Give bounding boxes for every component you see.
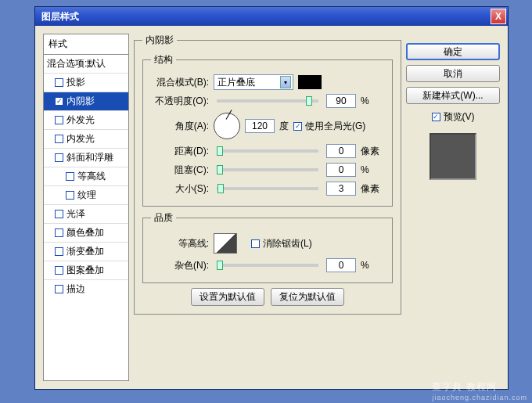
quality-group: 品质 等高线: 消除锯齿(L) 杂色(N):: [142, 211, 393, 283]
antialias-checkbox[interactable]: 消除锯齿(L): [251, 237, 312, 250]
style-list-item[interactable]: 渐变叠加: [44, 242, 128, 261]
angle-input[interactable]: [245, 119, 275, 133]
style-list-item[interactable]: 等高线: [44, 167, 128, 185]
antialias-label: 消除锯齿(L): [263, 237, 312, 250]
styles-column: 样式 混合选项:默认投影内阴影外发光内发光斜面和浮雕等高线纹理光泽颜色叠加渐变叠…: [43, 34, 129, 381]
checkbox-icon: [66, 191, 74, 200]
blend-mode-value: 正片叠底: [217, 76, 255, 89]
contour-picker[interactable]: [214, 233, 237, 254]
choke-slider[interactable]: [217, 168, 318, 171]
checkbox-icon: [55, 78, 63, 87]
style-list-label: 混合选项:默认: [47, 57, 106, 70]
size-slider[interactable]: [217, 187, 318, 190]
style-list-item[interactable]: 描边: [44, 279, 128, 298]
choke-unit: %: [361, 164, 384, 175]
cancel-button[interactable]: 取消: [406, 65, 500, 82]
style-list-label: 斜面和浮雕: [66, 151, 113, 164]
checkbox-icon: [55, 97, 63, 106]
size-unit: 像素: [361, 182, 384, 196]
checkbox-icon: [55, 228, 63, 237]
style-list-label: 等高线: [77, 170, 106, 183]
preview-checkbox[interactable]: 预览(V): [406, 110, 500, 124]
style-list-item[interactable]: 光泽: [44, 204, 128, 223]
structure-group: 结构 混合模式(B): 正片叠底 ▾ 不透明度(O): %: [142, 53, 393, 207]
checkbox-icon: [66, 172, 74, 181]
window-title: 图层样式: [41, 10, 491, 23]
noise-label: 杂色(N):: [151, 259, 209, 272]
checkbox-icon: [251, 239, 260, 248]
watermark: 查字典 教程网 jiaocheng.chazidian.com: [432, 380, 527, 401]
style-list-item[interactable]: 图案叠加: [44, 261, 128, 279]
noise-unit: %: [361, 260, 384, 271]
style-list-label: 图案叠加: [66, 264, 104, 277]
dialog-body: 样式 混合选项:默认投影内阴影外发光内发光斜面和浮雕等高线纹理光泽颜色叠加渐变叠…: [35, 26, 508, 389]
action-column: 确定 取消 新建样式(W)... 预览(V): [406, 34, 500, 381]
ok-button[interactable]: 确定: [406, 43, 500, 60]
noise-input[interactable]: [326, 258, 356, 272]
checkbox-icon: [55, 153, 63, 162]
styles-header: 样式: [43, 34, 129, 54]
distance-unit: 像素: [361, 145, 384, 158]
distance-slider[interactable]: [217, 149, 318, 153]
inner-shadow-group: 内阴影 结构 混合模式(B): 正片叠底 ▾ 不透明度(O):: [134, 34, 401, 315]
style-list-label: 颜色叠加: [66, 226, 104, 239]
titlebar[interactable]: 图层样式 X: [35, 7, 508, 26]
choke-input[interactable]: [326, 163, 356, 177]
shadow-color-swatch[interactable]: [298, 75, 322, 89]
blend-mode-dropdown[interactable]: 正片叠底 ▾: [214, 74, 293, 90]
size-label: 大小(S):: [151, 182, 209, 196]
checkbox-icon: [55, 247, 63, 256]
reset-default-button[interactable]: 复位为默认值: [271, 288, 344, 306]
style-list-label: 渐变叠加: [66, 245, 104, 258]
style-list-item[interactable]: 颜色叠加: [44, 223, 128, 242]
new-style-button[interactable]: 新建样式(W)...: [406, 87, 500, 104]
style-list-item[interactable]: 纹理: [44, 185, 128, 204]
inner-shadow-legend: 内阴影: [142, 34, 177, 47]
noise-slider[interactable]: [217, 264, 318, 267]
contour-label: 等高线:: [151, 237, 209, 250]
style-list-item[interactable]: 外发光: [44, 110, 128, 129]
close-button[interactable]: X: [491, 9, 506, 24]
checkbox-icon: [55, 135, 63, 143]
angle-dial[interactable]: [214, 113, 240, 139]
style-list-label: 投影: [66, 76, 85, 89]
opacity-slider[interactable]: [217, 99, 318, 103]
choke-label: 阻塞(C):: [151, 164, 209, 177]
global-light-label: 使用全局光(G): [305, 120, 365, 133]
style-list-label: 内发光: [66, 132, 95, 146]
style-list-label: 描边: [66, 282, 85, 296]
chevron-down-icon: ▾: [280, 76, 291, 88]
style-list-label: 纹理: [77, 189, 96, 202]
style-list-item[interactable]: 内发光: [44, 129, 128, 148]
style-list-item[interactable]: 斜面和浮雕: [44, 148, 128, 167]
angle-unit: 度: [279, 120, 289, 133]
set-default-button[interactable]: 设置为默认值: [191, 288, 264, 306]
options-column: 内阴影 结构 混合模式(B): 正片叠底 ▾ 不透明度(O):: [134, 34, 401, 381]
style-list-item[interactable]: 内阴影: [44, 92, 128, 110]
checkbox-icon: [293, 122, 302, 131]
checkbox-icon: [55, 210, 63, 218]
style-list-label: 光泽: [66, 207, 85, 221]
opacity-input[interactable]: [326, 94, 356, 108]
style-list-item[interactable]: 混合选项:默认: [44, 55, 128, 73]
checkbox-icon: [55, 285, 63, 293]
structure-legend: 结构: [151, 53, 176, 67]
opacity-unit: %: [361, 95, 384, 106]
blend-mode-label: 混合模式(B):: [151, 76, 209, 89]
style-list: 混合选项:默认投影内阴影外发光内发光斜面和浮雕等高线纹理光泽颜色叠加渐变叠加图案…: [43, 54, 129, 381]
style-list-item[interactable]: 投影: [44, 73, 128, 92]
preview-label: 预览(V): [444, 110, 475, 124]
global-light-checkbox[interactable]: 使用全局光(G): [293, 120, 365, 133]
preview-swatch: [430, 133, 476, 180]
layer-style-dialog: 图层样式 X 样式 混合选项:默认投影内阴影外发光内发光斜面和浮雕等高线纹理光泽…: [34, 6, 509, 390]
checkbox-icon: [55, 266, 63, 275]
close-icon: X: [495, 11, 501, 22]
style-list-label: 外发光: [66, 113, 95, 127]
checkbox-icon: [432, 113, 440, 121]
distance-input[interactable]: [326, 144, 356, 158]
size-input[interactable]: [326, 182, 356, 196]
style-list-label: 内阴影: [66, 95, 95, 108]
checkbox-icon: [55, 116, 63, 124]
distance-label: 距离(D):: [151, 145, 209, 158]
angle-label: 角度(A):: [151, 120, 209, 133]
